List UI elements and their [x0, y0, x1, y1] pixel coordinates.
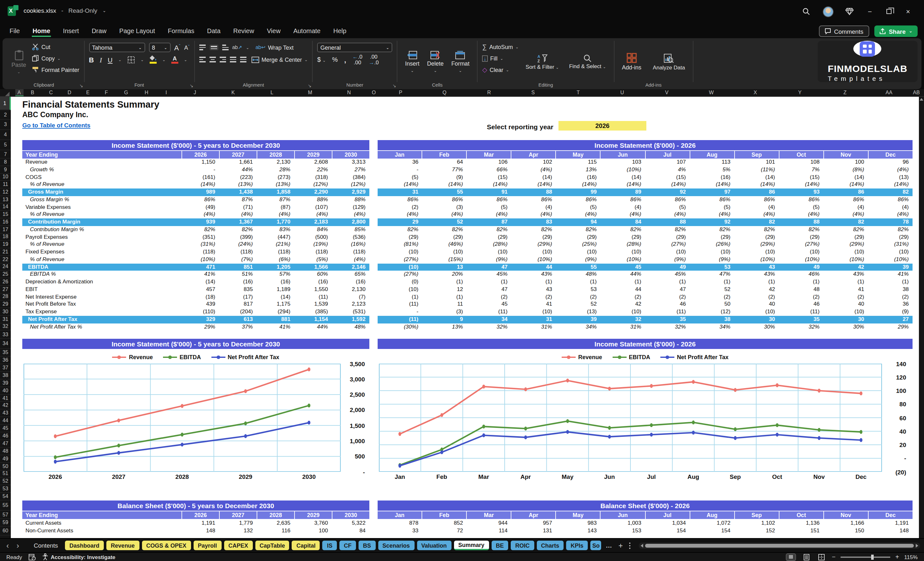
cell-value[interactable]: 83 [512, 218, 556, 226]
cell-value[interactable]: (4) [734, 204, 779, 211]
format-painter-button[interactable]: Format Painter [32, 64, 79, 75]
cell-value[interactable]: 36 [378, 159, 422, 166]
cell-value[interactable]: 32% [779, 323, 824, 331]
cell-value[interactable]: 82% [556, 226, 600, 234]
cell-value[interactable]: (10%) [182, 256, 219, 264]
tab-formulas[interactable]: Formulas [167, 26, 195, 37]
cell-value[interactable]: (4%) [690, 211, 734, 219]
cell-value[interactable]: (29) [779, 233, 824, 241]
sheet-tab-capex[interactable]: CAPEX [224, 541, 252, 550]
row-header-33[interactable]: 33 [0, 331, 11, 339]
cell-value[interactable]: (2) [824, 293, 868, 301]
cell-value[interactable]: (2) [600, 293, 645, 301]
cell-value[interactable]: 13% [556, 166, 600, 174]
tab-review[interactable]: Review [233, 26, 255, 37]
cell-value[interactable]: (4%) [556, 211, 600, 219]
cell-value[interactable]: (14) [600, 174, 645, 181]
row-header-21[interactable]: 21 [0, 248, 11, 256]
cell-value[interactable]: 9 [422, 316, 467, 324]
cell-value[interactable]: (294) [256, 308, 294, 316]
cell-value[interactable]: 30% [734, 323, 779, 331]
sheet-tab-capital[interactable]: Capital [292, 541, 320, 550]
cell-value[interactable]: (1) [779, 278, 824, 286]
cell-value[interactable]: 148 [868, 526, 912, 534]
cell-value[interactable]: 1,438 [219, 189, 256, 196]
cell-value[interactable]: (11) [645, 308, 690, 316]
row-header-60[interactable]: 60 [0, 526, 11, 536]
cell-value[interactable]: 32 [600, 316, 645, 324]
cell-value[interactable]: 47 [645, 286, 690, 294]
cell-value[interactable]: (5) [378, 174, 422, 181]
toc-link[interactable]: Go to Table of Contents [22, 122, 90, 129]
column-header-O[interactable]: O [372, 90, 376, 96]
cell-value[interactable]: (9) [422, 174, 467, 181]
sheet-tab-valuation[interactable]: Valuation [417, 541, 451, 550]
cell-value[interactable]: 89 [600, 189, 645, 196]
column-header-P[interactable]: P [399, 90, 402, 96]
cell-value[interactable]: (10%) [600, 166, 645, 174]
cell-value[interactable]: 2,608 [294, 159, 332, 166]
cell-value[interactable]: 87% [219, 196, 256, 204]
comments-button[interactable]: Comments [819, 26, 869, 37]
cell-value[interactable]: 1,034 [645, 519, 690, 526]
cell-value[interactable]: (2) [868, 293, 912, 301]
cell-value[interactable]: (12%) [294, 181, 332, 189]
cell-value[interactable]: (384) [332, 174, 369, 181]
cell-value[interactable]: 84 [600, 218, 645, 226]
cell-value[interactable]: (9) [868, 308, 912, 316]
increase-font-icon[interactable]: Aˆ [174, 44, 180, 51]
cell-value[interactable]: 107 [645, 159, 690, 166]
page-break-view-icon[interactable] [816, 553, 826, 561]
income-statement-monthly-table[interactable]: Income Statement ($'000) - 2026JanFebMar… [378, 140, 912, 331]
cell-value[interactable]: 42 [824, 263, 868, 271]
cell-value[interactable]: 52 [556, 301, 600, 309]
cell-value[interactable]: 36 [868, 301, 912, 309]
column-header-B[interactable]: B [31, 90, 34, 96]
row-header-43[interactable]: 43 [0, 410, 11, 417]
cell-value[interactable]: (11) [294, 293, 332, 301]
cell-value[interactable]: (4%) [600, 211, 645, 219]
row-header-32[interactable]: 32 [0, 323, 11, 331]
cell-value[interactable]: (11) [378, 301, 422, 309]
underline-button[interactable]: U [108, 56, 112, 63]
cell-value[interactable]: 152 [734, 526, 779, 534]
cell-value[interactable]: 44 [600, 286, 645, 294]
cell-value[interactable]: (29) [512, 233, 556, 241]
row-header-34[interactable]: 34 [0, 339, 11, 349]
cell-value[interactable]: 91 [467, 189, 512, 196]
cell-value[interactable]: 27% [332, 166, 369, 174]
horizontal-scrollbar[interactable] [639, 542, 920, 549]
tab-help[interactable]: Help [333, 26, 347, 37]
cell-value[interactable]: 1,191 [182, 519, 219, 526]
cell-value[interactable]: 46% [779, 271, 824, 279]
increase-indent-icon[interactable] [240, 57, 246, 62]
cell-value[interactable]: (10) [512, 308, 556, 316]
cell-value[interactable]: (29) [422, 233, 467, 241]
cell-value[interactable]: 2,290 [294, 189, 332, 196]
column-header-Q[interactable]: Q [442, 90, 446, 96]
sheet-tab-cogs-opex[interactable]: COGS & OPEX [142, 541, 191, 550]
vertical-scrollbar[interactable] [919, 97, 924, 538]
cell-value[interactable]: 153 [600, 526, 645, 534]
cell-value[interactable]: 13% [422, 323, 467, 331]
cell-value[interactable]: 37% [219, 323, 256, 331]
cell-value[interactable]: 1,550 [294, 286, 332, 294]
cell-value[interactable]: 82% [182, 226, 219, 234]
cell-value[interactable]: (16) [256, 278, 294, 286]
cell-value[interactable]: (107) [294, 204, 332, 211]
cell-value[interactable]: 41 [512, 301, 556, 309]
cell-value[interactable]: (5) [645, 204, 690, 211]
row-header-2[interactable]: 2 [0, 110, 11, 120]
cell-value[interactable]: 1,072 [690, 519, 734, 526]
cell-value[interactable]: (4) [512, 204, 556, 211]
cell-value[interactable]: (14%) [378, 181, 422, 189]
balance-sheet-monthly-table[interactable]: Balance Sheet ($'000) - 2026JanFebMarApr… [378, 501, 912, 534]
cell-value[interactable]: 84 [332, 526, 369, 534]
column-header-J[interactable]: J [194, 90, 196, 96]
cell-value[interactable]: 53 [556, 286, 600, 294]
cell-value[interactable]: 66% [467, 166, 512, 174]
decrease-font-icon[interactable]: Aˇ [184, 44, 189, 51]
cell-value[interactable]: 154 [645, 526, 690, 534]
macro-record-icon[interactable] [28, 554, 35, 560]
minimize-button[interactable]: − [860, 5, 879, 18]
